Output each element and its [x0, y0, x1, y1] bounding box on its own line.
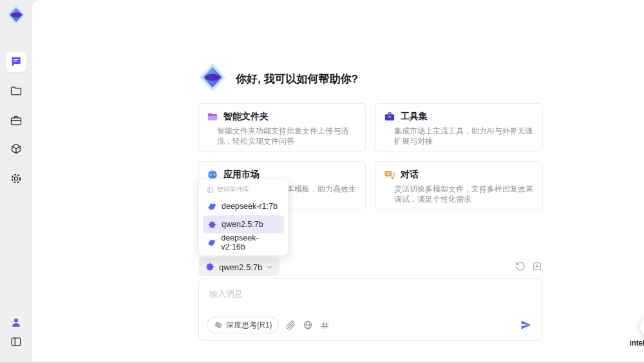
intel-tier-text: ultra	[626, 348, 644, 353]
web-search-icon[interactable]	[303, 320, 313, 330]
card-description: 智能文件夹功能支持批量文件上传与清洗，轻松实现文件问答	[217, 126, 357, 146]
intel-core-badge: intel CORE ultra	[626, 338, 644, 353]
chat-actions	[515, 261, 542, 271]
sidebar-item-models[interactable]	[6, 139, 26, 159]
toolset-icon	[384, 111, 395, 123]
attachment-icon[interactable]	[286, 320, 296, 330]
app-logo-diamond-icon	[197, 62, 228, 93]
library-icon	[207, 186, 214, 193]
new-chat-icon[interactable]	[532, 261, 542, 271]
model-dropdown: 智问学伴库 deepseek-r1:7b qwen2.5:7b deepseek…	[198, 179, 289, 256]
app-logo-diamond-icon	[5, 4, 27, 26]
cube-icon	[10, 142, 23, 155]
model-selector-value: qwen2.5:7b	[219, 262, 262, 272]
smart-folder-icon	[207, 111, 218, 123]
model-option-deepseek-v2[interactable]: deepseek-v2:16b	[203, 233, 284, 251]
sidebar-item-chat[interactable]	[6, 52, 26, 72]
model-option-qwen[interactable]: qwen2.5:7b	[203, 215, 284, 233]
dialogue-icon	[384, 169, 395, 181]
gear-icon	[10, 172, 23, 185]
message-input[interactable]	[208, 287, 533, 318]
card-title: 智能文件夹	[223, 111, 269, 123]
model-dropdown-header-label: 智问学伴库	[217, 185, 249, 194]
card-smart-folder[interactable]: 智能文件夹 智能文件夹功能支持批量文件上传与清洗，轻松实现文件问答	[198, 103, 366, 152]
card-description: 集成市场上主流工具，助力AI与外界无缝扩展与对接	[394, 126, 535, 146]
sidebar-item-panel-toggle[interactable]	[6, 331, 26, 352]
card-dialogue[interactable]: 对话 灵活切换多模型文件，支持多样回复效果调试，满足个性化需求	[375, 161, 543, 210]
app-window: 你好, 我可以如何帮助你? 智能文件夹 智能文件夹功能支持批量文件上传与清洗，轻…	[0, 0, 644, 363]
user-icon	[10, 316, 23, 329]
deepseek-icon	[207, 238, 216, 248]
chat-bubble-icon	[10, 55, 23, 68]
model-option-label: deepseek-v2:16b	[221, 233, 279, 251]
greeting-logo	[197, 62, 228, 93]
sidebar-item-settings[interactable]	[6, 168, 26, 189]
panel-toggle-icon	[10, 335, 23, 348]
greeting-title: 你好, 我可以如何帮助你?	[236, 72, 358, 86]
deep-think-label: 深度思考(R1)	[226, 320, 272, 331]
send-button[interactable]	[518, 317, 534, 333]
sidebar	[0, 0, 32, 363]
deepseek-icon	[207, 202, 217, 211]
intel-brand-text: intel	[630, 338, 644, 348]
model-option-label: deepseek-r1:7b	[222, 202, 278, 211]
prompt-templates-icon[interactable]	[320, 320, 330, 330]
qwen-icon	[207, 220, 217, 230]
model-option-label: qwen2.5:7b	[222, 220, 263, 229]
send-icon	[520, 319, 533, 331]
main-panel: 你好, 我可以如何帮助你? 智能文件夹 智能文件夹功能支持批量文件上传与清洗，轻…	[32, 0, 644, 363]
history-icon[interactable]	[515, 261, 526, 271]
app-logo	[5, 4, 27, 26]
model-dropdown-header: 智问学伴库	[203, 183, 284, 197]
sidebar-item-folders[interactable]	[6, 81, 26, 101]
model-option-deepseek-r1[interactable]: deepseek-r1:7b	[203, 197, 284, 215]
folder-icon	[10, 84, 23, 97]
card-description: 灵活切换多模型文件，支持多样回复效果调试，满足个性化需求	[394, 184, 535, 204]
briefcase-icon	[10, 114, 23, 127]
sidebar-item-account[interactable]	[6, 312, 26, 333]
card-title: 对话	[401, 169, 419, 181]
model-selector-button[interactable]: qwen2.5:7b	[198, 258, 279, 276]
download-button[interactable]	[640, 314, 644, 338]
deep-think-toggle[interactable]: 深度思考(R1)	[207, 317, 279, 333]
card-title: 工具集	[401, 111, 428, 123]
chevron-down-icon	[266, 264, 273, 271]
qwen-icon	[205, 262, 215, 272]
atom-icon	[214, 320, 223, 329]
card-toolset[interactable]: 工具集 集成市场上主流工具，助力AI与外界无缝扩展与对接	[375, 103, 543, 152]
composer-toolbar: 深度思考(R1)	[207, 317, 330, 333]
sidebar-item-toolbox[interactable]	[6, 110, 26, 131]
message-composer: 深度思考(R1)	[198, 279, 542, 341]
